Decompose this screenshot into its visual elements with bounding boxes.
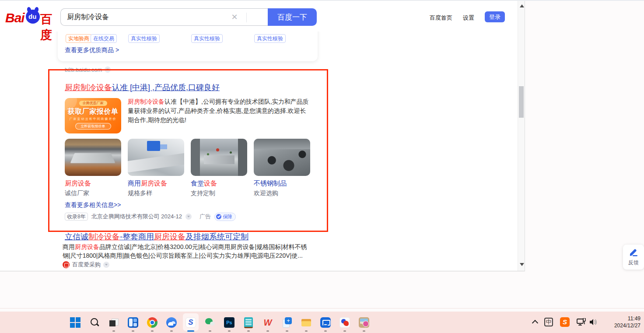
search-icon (89, 317, 100, 328)
task-view-button[interactable] (104, 312, 123, 333)
taskbar-icon-strip: S Ps W (66, 312, 374, 333)
ad-title-keyword[interactable]: 厨房制冷设备 (65, 83, 112, 92)
volume-icon[interactable] (589, 318, 598, 328)
ime-language-indicator[interactable]: 中 (544, 318, 553, 326)
result2-source-name[interactable]: 百度爱采购 (72, 261, 101, 269)
search-input[interactable] (67, 9, 233, 25)
pc-manager-taskbar-button[interactable] (316, 312, 335, 333)
promo-pill-label: 企腾优选厂家 (79, 101, 107, 106)
tray-show-hidden-icons[interactable] (533, 319, 538, 325)
sogou-ime-icon[interactable]: S (560, 317, 570, 327)
qq-browser-taskbar-button[interactable] (162, 312, 181, 333)
result2-title-keyword1[interactable]: 制冷设备 (88, 232, 120, 241)
product-subtitle-2: 规格多样 (128, 189, 152, 197)
feedback-widget[interactable]: 反馈 (623, 245, 644, 270)
paint-app-icon (340, 317, 350, 328)
tag-onsite-verified[interactable]: 实地验商 (66, 34, 92, 43)
product-title-2-keyword[interactable]: 厨房设备 (141, 179, 167, 187)
notepad-icon (244, 317, 253, 328)
feedback-label: 反馈 (623, 259, 644, 266)
photoshop-taskbar-button[interactable]: Ps (220, 312, 239, 333)
tag-authenticity-check-2[interactable]: 真实性核验 (191, 34, 223, 43)
sogou-browser-taskbar-button[interactable]: S (181, 312, 200, 333)
ad-options-chevron-icon[interactable] (186, 214, 192, 220)
qq-browser-icon (166, 317, 177, 328)
taskbar-search-button[interactable] (85, 312, 104, 333)
baidu-search-button[interactable]: 百度一下 (268, 8, 317, 26)
result2-desc-plain: 商用 (63, 243, 75, 250)
tag-online-trade[interactable]: 在线交易 (91, 34, 117, 43)
ad-meta-row: 收录8年 北京企腾网络技术有限公司 2024-12 广告 保障 (65, 212, 236, 221)
result-source-url[interactable]: b2b.baidu.com (65, 67, 102, 73)
page-scrollbar[interactable] (518, 1, 525, 271)
taskbar-clock[interactable]: 11:49 2024/12/27 (601, 315, 640, 329)
screenshot-tool-taskbar-button[interactable] (277, 312, 297, 333)
product-title-3-keyword[interactable]: 设备 (204, 179, 217, 187)
tag-authenticity-check-3[interactable]: 真实性核验 (254, 34, 286, 43)
baidu-aicaigou-logo-icon (63, 261, 70, 268)
product-title-1[interactable]: 厨房设备 (65, 179, 91, 188)
product-title-3-plain[interactable]: 食堂 (191, 179, 204, 187)
header-right-nav: 百度首页 设置 登录 (429, 1, 516, 32)
more-related-info-link[interactable]: 查看更多相关信息>> (65, 201, 121, 209)
product-title-2-plain[interactable]: 商用 (128, 179, 141, 187)
wps-taskbar-button[interactable]: W (258, 312, 277, 333)
file-explorer-taskbar-button[interactable] (297, 312, 316, 333)
scrollbar-thumb[interactable] (519, 86, 524, 118)
ad-title-rest[interactable]: 认准 [中港] ,产品优质,口碑良好 (112, 83, 220, 92)
result2-source-row: 百度爱采购 (63, 260, 109, 269)
product-title-4[interactable]: 不锈钢制品 (254, 179, 287, 188)
baidu-logo[interactable]: Bai du 百度 (5, 7, 53, 26)
more-quality-goods-link[interactable]: 查看更多优质商品 > (65, 46, 119, 54)
product-subtitle-4: 欢迎选购 (254, 189, 278, 197)
result2-options-chevron-icon[interactable] (103, 262, 109, 268)
product-thumbnail-commercial-kitchen[interactable] (128, 139, 184, 176)
result2-desc-keyword: 厨房设备 (75, 243, 99, 250)
windows-taskbar: S Ps W 中 S 11:49 2024/12/27 (0, 312, 644, 333)
product-thumbnail-kitchen-equipment[interactable] (65, 139, 121, 176)
file-explorer-icon (301, 317, 312, 328)
result2-title-keyword2[interactable]: 厨房设备 (154, 232, 186, 241)
start-button[interactable] (66, 312, 85, 333)
scroll-up-arrow-icon[interactable] (520, 4, 524, 7)
tag-authenticity-check-1[interactable]: 真实性核验 (128, 34, 160, 43)
widgets-button[interactable] (123, 312, 143, 333)
clear-search-icon[interactable]: ✕ (230, 13, 239, 21)
chrome-taskbar-button[interactable] (143, 312, 162, 333)
product-title-4-plain[interactable]: 不锈钢制品 (254, 179, 287, 187)
nav-settings-link[interactable]: 设置 (463, 14, 474, 22)
product-title-3[interactable]: 食堂设备 (191, 179, 217, 188)
task-view-icon (108, 317, 119, 328)
search-box[interactable]: ✕ (60, 8, 268, 26)
protection-check-icon (216, 214, 221, 219)
wechat-taskbar-button[interactable] (200, 312, 220, 333)
pencil-icon (629, 248, 638, 256)
paint-app-taskbar-button[interactable] (335, 312, 354, 333)
clock-time: 11:49 (601, 315, 640, 322)
scroll-down-arrow-icon[interactable] (520, 263, 524, 266)
product-thumbnail-stainless-steel[interactable] (254, 139, 310, 176)
promo-quote-button[interactable]: 立即获取报价单 (75, 123, 111, 130)
result2-title-part2[interactable]: -整套商用 (120, 232, 154, 241)
product-title-2[interactable]: 商用厨房设备 (128, 179, 167, 188)
screenshot-tool-icon (282, 317, 292, 328)
promo-subtext: 厂家直销没有中间商赚差价 (65, 117, 121, 121)
search-header: Bai du 百度 ✕ 百度一下 百度首页 设置 登录 (0, 1, 517, 32)
ad-promo-image[interactable]: 企腾优选厂家 获取厂家报价单 厂家直销没有中间商赚差价 立即获取报价单 (65, 98, 121, 133)
photo-album-taskbar-button[interactable] (354, 312, 374, 333)
product-thumbnail-canteen-equipment[interactable] (191, 139, 247, 176)
result2-title-part1[interactable]: 立信诚 (65, 232, 88, 241)
notepad-taskbar-button[interactable] (239, 312, 258, 333)
result2-title[interactable]: 立信诚制冷设备-整套商用厨房设备及排烟系统可定制 (65, 231, 248, 242)
login-button[interactable]: 登录 (485, 11, 505, 22)
protection-badge[interactable]: 保障 (214, 213, 236, 221)
verification-tag-row: 实地验商 在线交易 真实性核验 真实性核验 真实性核验 (65, 34, 310, 43)
product-title-1-keyword[interactable]: 厨房设备 (65, 179, 91, 187)
nav-baidu-home-link[interactable]: 百度首页 (430, 14, 452, 22)
result-options-chevron-icon[interactable] (105, 67, 111, 73)
system-tray: 中 S 11:49 2024/12/27 (530, 312, 644, 333)
network-status-icon[interactable] (577, 318, 586, 328)
ad-result-title[interactable]: 厨房制冷设备认准 [中港] ,产品优质,口碑良好 (65, 82, 220, 93)
result2-title-part3[interactable]: 及排烟系统可定制 (186, 232, 248, 241)
search-separator (246, 13, 247, 22)
